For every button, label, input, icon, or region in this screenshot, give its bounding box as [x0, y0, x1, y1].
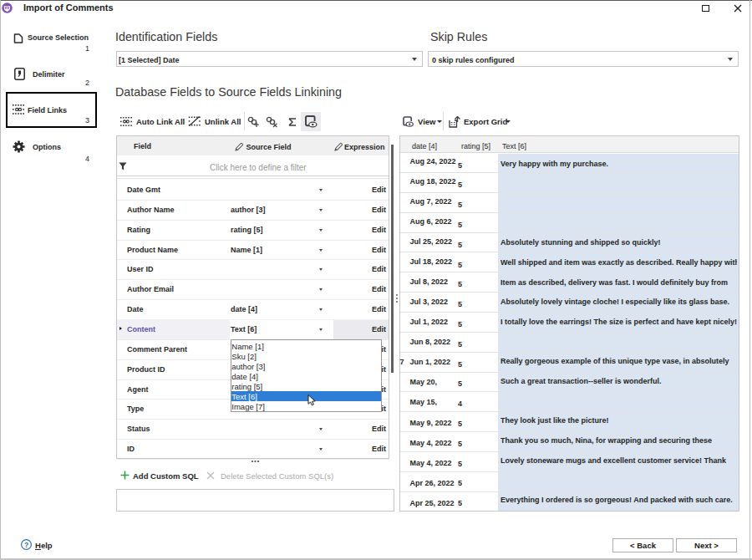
svg-text:?: ? — [24, 540, 28, 548]
